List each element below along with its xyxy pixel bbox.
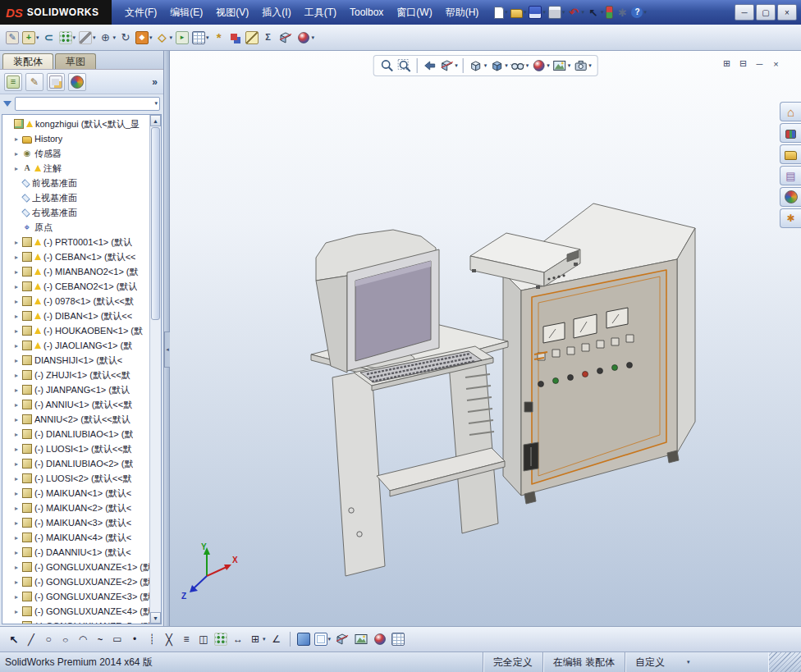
tree-item[interactable]: ▸(-) GONGLUXUANZE<5> (默 (2, 619, 149, 624)
wireframe-button[interactable]: ▾ (314, 631, 332, 647)
centerline-button[interactable]: ┊ (144, 631, 159, 647)
dropdown-arrow-icon[interactable]: ▾ (36, 34, 39, 41)
chevron-down-icon[interactable]: ▾ (687, 659, 690, 665)
select2-button[interactable]: ↖ (7, 631, 21, 647)
print-button[interactable]: ▾ (547, 4, 566, 21)
expand-arrow-icon[interactable]: ▸ (13, 150, 20, 158)
property-manager-button[interactable]: ✎ (25, 73, 43, 91)
point-button[interactable]: • (127, 631, 142, 647)
tree-item[interactable]: 右视基准面 (2, 205, 149, 220)
expand-arrow-icon[interactable]: ▸ (13, 239, 20, 246)
expand-arrow-icon[interactable]: ▸ (13, 431, 20, 438)
tree-item[interactable]: ▸(-) GONGLUXUANZE<4> (默 (2, 604, 149, 619)
linear-sketch-pattern-button[interactable] (213, 631, 228, 647)
maximize-button[interactable]: ▢ (756, 4, 776, 21)
dropdown-arrow-icon[interactable]: ▾ (73, 34, 76, 41)
dropdown-arrow-icon[interactable]: ▾ (568, 62, 571, 69)
trim-entities-button[interactable]: ╳ (162, 631, 176, 647)
help-button[interactable]: ?▾ (630, 5, 648, 20)
dropdown-arrow-icon[interactable]: ▾ (206, 34, 209, 41)
expand-arrow-icon[interactable]: ▸ (13, 564, 20, 571)
dropdown-arrow-icon[interactable]: ▾ (455, 62, 458, 69)
grid-system-button[interactable]: ⊞▾ (248, 631, 267, 647)
expand-arrow-icon[interactable]: ▸ (13, 416, 20, 423)
graphics-viewport[interactable]: Y X Z ▾▾▾▾▾▾▾ ⊞⊟─× ⌂▤✱ (170, 51, 801, 626)
doc-close-button[interactable]: × (771, 58, 781, 69)
tree-item[interactable]: ▸A注解 (2, 161, 149, 176)
tree-item[interactable]: 前视基准面 (2, 176, 149, 190)
menu-item[interactable]: 视图(V) (209, 2, 255, 23)
undo-button[interactable]: ↶▾ (566, 4, 585, 21)
expand-arrow-icon[interactable]: ▸ (13, 401, 20, 409)
dropdown-arrow-icon[interactable]: ▾ (547, 62, 550, 69)
dropdown-arrow-icon[interactable]: ▾ (170, 34, 173, 41)
mass-properties-button[interactable]: Σ (261, 30, 276, 46)
tree-item[interactable]: ▸(-) GONGLUXUANZE<1> (默 (2, 560, 149, 574)
apply-scene-button[interactable]: ▾ (552, 57, 572, 74)
menu-item[interactable]: 工具(T) (298, 2, 343, 23)
convert-entities-button[interactable]: ≡ (179, 631, 194, 647)
reference-geometry-button[interactable]: ◇▾ (155, 30, 174, 46)
new-motion-study-button[interactable]: ▸ (175, 30, 190, 46)
expand-arrow-icon[interactable]: ▸ (13, 623, 20, 624)
ellipse-button[interactable]: ○ (58, 631, 73, 647)
close-button[interactable]: × (777, 4, 797, 21)
expand-arrow-icon[interactable]: ▸ (13, 475, 20, 482)
expand-arrow-icon[interactable]: ▸ (13, 519, 20, 527)
arc-button[interactable]: ◠ (76, 631, 90, 647)
expand-arrow-icon[interactable]: ▸ (13, 505, 20, 512)
expand-arrow-icon[interactable]: ▸ (13, 268, 20, 276)
tree-item[interactable]: ▸(-) CEBANO2<1> (默认 (2, 279, 149, 294)
expand-arrow-icon[interactable]: ▸ (13, 593, 20, 601)
tree-item[interactable]: ▸◉传感器 (2, 146, 149, 161)
smart-fasteners-button[interactable]: ▾ (78, 30, 97, 46)
expand-arrow-icon[interactable]: ▸ (13, 534, 20, 542)
shaded-with-edges-button[interactable] (296, 631, 311, 647)
insert-component-button[interactable]: +▾ (21, 30, 40, 46)
apply-scene-button[interactable] (353, 630, 369, 648)
scroll-down-button[interactable]: ▼ (150, 612, 161, 624)
tree-item[interactable]: ▸(-) PRT0001<1> (默认 (2, 235, 149, 249)
tree-item[interactable]: ▸(-) MAIKUAN<4> (默认< (2, 530, 149, 545)
edit-component-button[interactable]: ✎ (5, 30, 20, 46)
tab-sketch[interactable]: 草图 (55, 53, 96, 69)
measure-button[interactable] (245, 30, 259, 46)
previous-view-button[interactable] (421, 57, 437, 74)
edit-appearance-button[interactable]: ▾ (295, 29, 316, 47)
dropdown-arrow-icon[interactable]: ▾ (113, 34, 117, 41)
smart-dimension-button[interactable]: ↔ (231, 631, 245, 647)
tree-item[interactable]: ▸(-) MAIKUAN<1> (默认< (2, 486, 149, 501)
tree-item[interactable]: ▸(-) DIANLIUBIAO<2> (默 (2, 456, 149, 471)
appearances-scenes-button[interactable] (780, 187, 801, 207)
expand-arrow-icon[interactable]: ▸ (13, 135, 20, 143)
tree-item[interactable]: ▸(-) DIANLIUBIAO<1> (默 (2, 427, 149, 441)
menu-item[interactable]: 窗口(W) (390, 2, 438, 23)
view-settings-button[interactable]: ▾ (572, 57, 593, 74)
dropdown-arrow-icon[interactable]: ▾ (542, 9, 546, 16)
select-button[interactable]: ↖▾ (586, 4, 605, 21)
view-palette-button[interactable]: ▤ (780, 166, 801, 185)
dropdown-arrow-icon[interactable]: ▾ (93, 34, 96, 41)
design-table-button[interactable] (391, 631, 405, 647)
tree-item[interactable]: ▸(-) DIBAN<1> (默认<< (2, 309, 149, 323)
line-button[interactable]: ╱ (24, 631, 39, 647)
bill-of-materials-button[interactable]: ▾ (191, 30, 210, 46)
move-component-button[interactable]: ⊕▾ (98, 30, 117, 46)
tree-item[interactable]: ▸ANNIU<2> (默认<<默认 (2, 412, 149, 427)
expand-arrow-icon[interactable]: ▸ (13, 460, 20, 468)
new-document-button[interactable]: ▾ (493, 5, 509, 21)
tree-item[interactable]: kongzhigui (默认<默认_显 (2, 117, 149, 131)
scrollbar-thumb[interactable] (151, 127, 160, 320)
panel-splitter[interactable]: ◂ (164, 51, 170, 626)
rotate-component-button[interactable]: ↻ (118, 30, 133, 46)
rectangle-button[interactable]: ▭ (110, 631, 125, 647)
tree-item[interactable]: ▸(-) ZHUJI<1> (默认<<默 (2, 368, 149, 382)
menu-item[interactable]: 编辑(E) (163, 2, 209, 23)
tree-item[interactable]: ▸DIANSHIJI<1> (默认< (2, 353, 149, 368)
edit-appearance-button[interactable] (372, 630, 388, 648)
save-button[interactable]: ▾ (528, 4, 547, 21)
tree-item[interactable]: ▸(-) MIANBANO2<1> (默 (2, 264, 149, 279)
exploded-view-button[interactable]: * (212, 30, 227, 46)
tree-item[interactable]: ▸(-) LUOSI<2> (默认<<默 (2, 471, 149, 486)
tree-item[interactable]: ▸History (2, 131, 149, 146)
